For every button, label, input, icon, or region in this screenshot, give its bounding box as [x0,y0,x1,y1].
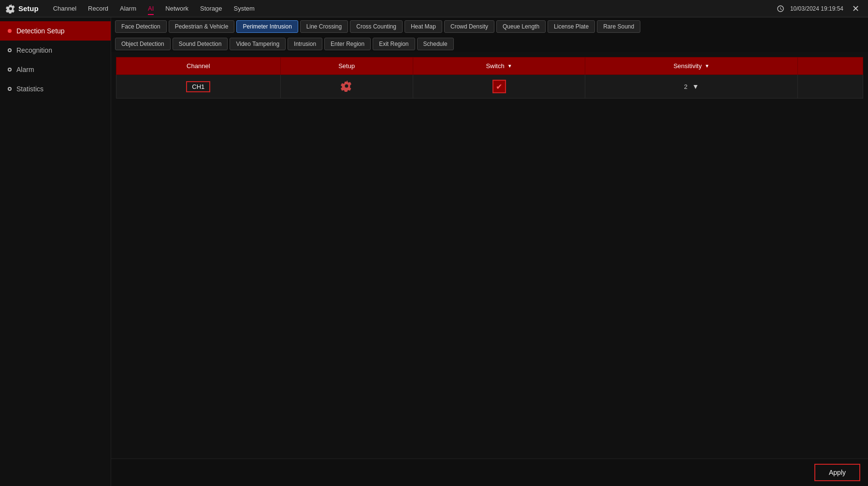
header-extra [797,57,863,75]
cell-switch: ✔ [413,75,585,99]
table-row: CH1 ✔ [116,75,863,99]
footer: Apply [111,458,868,486]
sensitivity-value: 2 [684,83,687,90]
nav-ai[interactable]: AI [148,3,154,14]
tab-enter-region[interactable]: Enter Region [324,38,371,50]
sidebar-dot-statistics [8,87,12,91]
tabs-row1: Face Detection Pedestrian & Vehicle Peri… [111,17,868,35]
sidebar-dot-alarm [8,68,12,71]
cell-setup [280,75,413,99]
logo-text: Setup [18,4,39,13]
tab-heat-map[interactable]: Heat Map [405,20,442,33]
main-layout: Detection Setup Recognition Alarm Statis… [0,17,868,486]
tab-sound-detection[interactable]: Sound Detection [173,38,228,50]
sidebar-label-statistics: Statistics [16,85,43,93]
tab-schedule[interactable]: Schedule [417,38,454,50]
tab-intrusion[interactable]: Intrusion [288,38,322,50]
app-logo: Setup [6,4,39,14]
main-nav: Channel Record Alarm AI Network Storage … [53,3,777,14]
tab-pedestrian-vehicle[interactable]: Pedestrian & Vehicle [169,20,235,33]
header-right: 10/03/2024 19:19:54 ✕ [777,2,862,15]
sidebar-item-detection-setup[interactable]: Detection Setup [0,21,111,41]
tab-cross-counting[interactable]: Cross Counting [350,20,403,33]
tab-face-detection[interactable]: Face Detection [115,20,167,33]
channel-badge: CH1 [186,81,210,92]
content-area: Face Detection Pedestrian & Vehicle Peri… [111,17,868,486]
header-switch[interactable]: Switch ▼ [413,57,585,75]
header-setup: Setup [280,57,413,75]
switch-toggle[interactable]: ✔ [492,80,506,93]
apply-button[interactable]: Apply [814,464,860,481]
close-button[interactable]: ✕ [849,2,862,15]
sidebar-dot-recognition [8,48,12,52]
tab-object-detection[interactable]: Object Detection [115,38,171,50]
tab-license-plate[interactable]: License Plate [548,20,595,33]
tab-line-crossing[interactable]: Line Crossing [300,20,348,33]
sidebar-label-alarm: Alarm [16,66,34,73]
sidebar-dot-detection [8,29,12,33]
cell-extra [797,75,863,99]
header: Setup Channel Record Alarm AI Network St… [0,0,868,17]
sensitivity-dropdown-arrow[interactable]: ▼ [692,83,699,90]
table-header-row: Channel Setup Switch ▼ [116,57,863,75]
tab-crowd-density[interactable]: Crowd Density [444,20,494,33]
cell-sensitivity: 2 ▼ [585,75,798,99]
datetime-display: 10/03/2024 19:19:54 [790,5,843,12]
nav-channel[interactable]: Channel [53,3,76,14]
sidebar: Detection Setup Recognition Alarm Statis… [0,17,111,486]
nav-network[interactable]: Network [165,3,188,14]
table-area: Channel Setup Switch ▼ [111,52,868,458]
tabs-row2: Object Detection Sound Detection Video T… [111,35,868,52]
main-table: Channel Setup Switch ▼ [116,57,863,99]
nav-storage[interactable]: Storage [200,3,222,14]
sidebar-label-recognition: Recognition [16,46,52,54]
sensitivity-chevron-icon: ▼ [705,63,709,69]
header-sensitivity[interactable]: Sensitivity ▼ [585,57,798,75]
cell-channel: CH1 [116,75,281,99]
header-channel: Channel [116,57,281,75]
logo-gear-icon [6,4,15,14]
nav-system[interactable]: System [234,3,255,14]
sidebar-label-detection: Detection Setup [16,27,65,35]
gear-setup-svg [341,80,352,92]
sidebar-item-recognition[interactable]: Recognition [0,41,111,60]
tab-perimeter-intrusion[interactable]: Perimeter Intrusion [236,20,298,33]
tab-video-tampering[interactable]: Video Tampering [230,38,286,50]
tab-exit-region[interactable]: Exit Region [373,38,415,50]
nav-record[interactable]: Record [88,3,108,14]
tab-queue-length[interactable]: Queue Length [496,20,546,33]
switch-chevron-icon: ▼ [507,63,512,69]
sidebar-item-statistics[interactable]: Statistics [0,79,111,99]
setup-gear-icon[interactable] [341,80,352,92]
nav-alarm[interactable]: Alarm [120,3,136,14]
clock-icon [777,5,784,13]
tab-rare-sound[interactable]: Rare Sound [597,20,640,33]
sidebar-item-alarm[interactable]: Alarm [0,60,111,79]
